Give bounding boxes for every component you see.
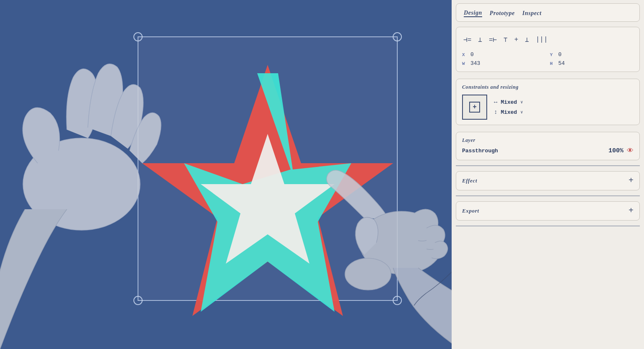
constraint-lines: ↔ Mixed ∨ ↕ Mixed ∨ (494, 99, 523, 115)
layer-opacity-row: 100% 👁 (608, 147, 634, 155)
align-right-icon[interactable]: =⊢ (488, 35, 498, 45)
align-toolbar: ⊣= ⊥ =⊢ ⊤ + ⊥ ||| (462, 32, 634, 47)
layer-section: Layer Passthrough 100% 👁 (456, 132, 640, 160)
align-bottom-icon[interactable]: ⊥ (524, 35, 530, 45)
layer-row: Passthrough 100% 👁 (462, 147, 634, 155)
distribute-icon[interactable]: ||| (534, 35, 549, 44)
horizontal-arrow-icon: ↔ (494, 99, 497, 105)
align-center-h-icon[interactable]: ⊥ (477, 35, 483, 45)
horizontal-constraint-row: ↔ Mixed ∨ (494, 99, 523, 105)
position-grid: X 0 Y 0 W 343 H 54 (462, 51, 634, 67)
effect-header: Effect + (462, 177, 634, 185)
x-field: X 0 (462, 51, 546, 58)
vertical-chevron-icon: ∨ (520, 110, 523, 115)
tab-design[interactable]: Design (464, 10, 482, 17)
alignment-section: ⊣= ⊥ =⊢ ⊤ + ⊥ ||| X 0 Y 0 W 343 H 5 (456, 27, 640, 72)
export-title: Export (462, 208, 479, 214)
layer-opacity-value[interactable]: 100% (608, 147, 624, 154)
y-label: Y (550, 52, 556, 57)
export-header: Export + (462, 207, 634, 215)
y-field: Y 0 (550, 51, 634, 58)
svg-point-11 (345, 258, 391, 290)
align-center-v-icon[interactable]: + (513, 35, 520, 44)
h-value[interactable]: 54 (558, 60, 565, 67)
constraints-content: + ↔ Mixed ∨ ↕ Mixed ∨ (462, 95, 634, 120)
tab-prototype[interactable]: Prototype (490, 10, 515, 17)
x-label: X (462, 52, 468, 57)
horizontal-constraint-value[interactable]: Mixed (501, 99, 517, 105)
vertical-constraint-value[interactable]: Mixed (501, 109, 517, 115)
export-section: Export + (456, 201, 640, 221)
tab-inspect[interactable]: Inspect (522, 10, 542, 17)
divider-1 (456, 165, 640, 166)
h-field: H 54 (550, 60, 634, 67)
divider-2 (456, 195, 640, 196)
layer-mode-value[interactable]: Passthrough (462, 148, 498, 154)
constraints-title: Constraints and resizing (462, 84, 634, 90)
align-top-icon[interactable]: ⊤ (502, 35, 509, 45)
constraints-section: Constraints and resizing + ↔ Mixed ∨ ↕ M… (456, 79, 640, 125)
visibility-icon[interactable]: 👁 (627, 147, 634, 155)
illustration (0, 0, 452, 349)
constraint-diagram: + (462, 95, 487, 120)
constraint-plus-icon: + (473, 103, 477, 111)
y-value[interactable]: 0 (558, 51, 562, 58)
horizontal-chevron-icon: ∨ (520, 100, 523, 105)
w-value[interactable]: 343 (470, 60, 480, 67)
canvas-area (0, 0, 452, 349)
align-left-icon[interactable]: ⊣= (462, 35, 473, 45)
divider-3 (456, 226, 640, 226)
tab-bar: Design Prototype Inspect (456, 3, 640, 22)
right-panel: Design Prototype Inspect ⊣= ⊥ =⊢ ⊤ + ⊥ |… (452, 0, 644, 349)
effect-title: Effect (462, 177, 477, 184)
vertical-constraint-row: ↕ Mixed ∨ (494, 109, 523, 115)
w-label: W (462, 61, 468, 66)
vertical-arrow-icon: ↕ (494, 109, 497, 115)
add-export-button[interactable]: + (629, 207, 634, 215)
w-field: W 343 (462, 60, 546, 67)
add-effect-button[interactable]: + (629, 177, 634, 185)
layer-title: Layer (462, 137, 634, 144)
effect-section: Effect + (456, 171, 640, 190)
x-value[interactable]: 0 (470, 51, 474, 58)
h-label: H (550, 61, 556, 66)
